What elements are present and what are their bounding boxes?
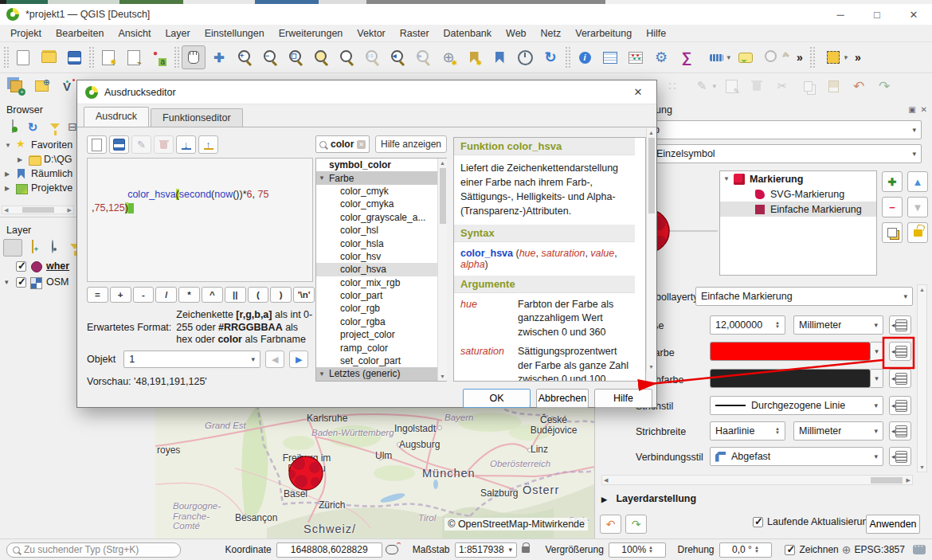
function-list-item[interactable]: project_color [316,328,446,341]
operator-button[interactable]: ( [248,287,269,303]
help-scrollbar[interactable]: ▲▼ [646,128,656,371]
function-list-item[interactable]: color_rgba [316,315,446,328]
layout-manager-icon[interactable] [122,45,146,69]
previous-feature-button[interactable]: ◀ [265,350,284,368]
delete-expression-icon[interactable] [154,135,174,154]
symbol-layer-item[interactable]: SVG-Markierung [720,186,876,202]
toolbar-handle[interactable] [809,46,815,69]
function-list-scrollbar[interactable]: ▲▼ [437,159,447,381]
live-update-checkbox-row[interactable]: Laufende Aktualisierung [753,516,873,527]
attribute-table-icon[interactable] [598,45,622,69]
export-expressions-icon[interactable] [198,135,218,154]
manage-map-themes-icon[interactable] [43,239,62,257]
layer-visibility-checkbox[interactable] [16,277,26,288]
temporal-controller-icon[interactable] [513,45,537,69]
zoom-out-icon[interactable]: − [258,45,282,69]
magnifier-input[interactable]: 100%▲▼ [609,542,667,558]
expander-icon[interactable]: ▾ [5,278,16,286]
join-style-combo[interactable]: Abgefast▾ [710,447,883,466]
function-list-item[interactable]: symbol_color [316,159,446,171]
menu-item[interactable]: Projekt [3,26,49,41]
metasearch-icon[interactable] [759,45,791,69]
expander-icon[interactable]: ▼ [5,142,16,149]
paste-features-icon[interactable] [821,74,845,98]
import-expressions-icon[interactable] [176,135,196,154]
menu-item[interactable]: Raster [393,26,437,41]
close-button[interactable]: ✕ [895,4,932,25]
undo-icon[interactable] [847,74,871,98]
menu-item[interactable]: Web [499,26,533,41]
menu-item[interactable]: Layer [158,26,197,41]
stroke-width-input[interactable]: Haarlinie▲▼ [710,421,785,441]
expression-editor-input[interactable]: color_hsva(second(now())*6, 75 ,75,125) [87,158,313,282]
function-list-item[interactable]: color_hsl [316,224,446,237]
menu-item[interactable]: Bearbeiten [49,26,111,41]
new-bookmark-icon[interactable] [462,45,486,69]
symbol-layer-item[interactable]: Einfache Markierung [720,202,876,217]
refresh-icon[interactable] [538,45,562,69]
operator-button[interactable]: * [178,287,200,303]
maximize-button[interactable]: □ [859,4,895,25]
locator-search-input[interactable]: Zu suchender Typ (Strg+K) [6,542,181,558]
new-project-icon[interactable] [11,45,35,69]
edit-expression-icon[interactable] [131,135,151,154]
zoom-last-icon[interactable]: ◂ [386,45,409,69]
menu-item[interactable]: Erweiterungen [272,26,350,41]
operator-button[interactable]: || [225,287,246,303]
feature-combo[interactable]: 1▾ [123,350,260,368]
save-expression-icon[interactable] [109,135,129,154]
data-defined-override-button[interactable] [889,396,911,415]
stroke-color-button[interactable] [710,369,871,388]
operator-button[interactable]: - [133,287,155,303]
digitizing-options-icon[interactable] [660,74,684,98]
zoom-native-icon[interactable]: 1:1 [360,45,384,69]
fill-color-button[interactable] [710,342,871,361]
clear-search-icon[interactable]: ✕ [357,140,366,149]
cut-features-icon[interactable] [770,74,794,98]
operator-button[interactable]: = [87,287,108,303]
stroke-color-dropdown[interactable]: ▾ [871,369,883,388]
function-list-item[interactable]: color_hsv [316,250,446,263]
apply-button[interactable]: Anwenden [866,515,920,534]
add-vector-layer-icon[interactable] [55,74,79,98]
render-checkbox[interactable] [785,545,795,555]
toggle-editing-icon[interactable] [686,74,718,98]
function-list-item[interactable]: color_hsla [316,237,446,249]
function-list-item[interactable]: ▼ Letztes (generic) [316,367,446,380]
fill-color-dropdown[interactable]: ▾ [871,342,883,361]
style-manager-icon[interactable] [147,45,171,69]
function-list-item[interactable]: color_grayscale_a... [316,211,446,224]
dialog-tab[interactable]: Funktionseditor [151,108,242,127]
next-feature-button[interactable]: ▶ [289,350,308,368]
add-symbol-layer-button[interactable]: ✚ [882,171,903,192]
show-bookmarks-icon[interactable] [488,45,511,69]
function-list-item[interactable]: ▼ Farbe [316,171,446,184]
function-list-item[interactable]: color_part [316,289,446,302]
add-favorite-icon[interactable] [3,119,22,136]
pan-map-icon[interactable] [182,45,206,69]
dialog-close-icon[interactable]: ✕ [628,86,648,98]
panel-v-scrollbar[interactable]: ▲▼ [917,284,927,472]
function-list-item[interactable]: color_cmyka [316,198,446,210]
menu-item[interactable]: Verarbeitung [568,26,639,41]
data-defined-override-button[interactable] [889,342,911,361]
data-defined-override-button[interactable] [889,421,911,441]
undo-style-button[interactable]: ↶ [600,515,621,534]
help-button[interactable]: Hilfe [594,389,652,408]
pan-to-selection-icon[interactable] [207,45,231,69]
save-project-icon[interactable] [62,45,86,69]
identify-features-icon[interactable] [573,45,597,69]
add-wms-layer-icon[interactable] [29,74,53,98]
data-defined-override-button[interactable] [889,447,911,466]
move-up-button[interactable]: ▲ [907,171,928,192]
refresh-browser-icon[interactable] [23,119,42,136]
zoom-to-selection-icon[interactable] [335,45,358,69]
add-group-icon[interactable] [23,239,42,257]
operator-button[interactable]: + [110,287,131,303]
measure-icon[interactable] [700,45,732,69]
function-list-item[interactable]: color_cmyk [316,185,446,198]
toolbar-overflow-chevron[interactable] [851,45,865,69]
redo-icon[interactable] [872,74,896,98]
zoom-to-layer-icon[interactable] [309,45,333,69]
lock-color-button[interactable] [907,222,928,243]
